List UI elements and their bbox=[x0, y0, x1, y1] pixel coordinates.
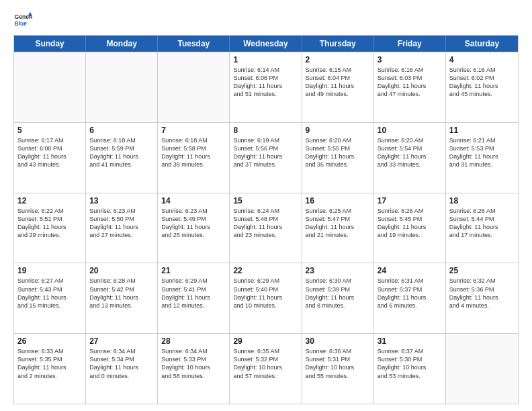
cell-sun-info: Sunrise: 6:37 AM Sunset: 5:30 PM Dayligh… bbox=[378, 347, 442, 380]
cell-sun-info: Sunrise: 6:20 AM Sunset: 5:54 PM Dayligh… bbox=[378, 136, 442, 169]
weekday-header-sunday: Sunday bbox=[14, 36, 86, 52]
cell-sun-info: Sunrise: 6:22 AM Sunset: 5:51 PM Dayligh… bbox=[17, 207, 82, 240]
cell-sun-info: Sunrise: 6:23 AM Sunset: 5:49 PM Dayligh… bbox=[161, 207, 226, 240]
calendar-cell-28: 28Sunrise: 6:34 AM Sunset: 5:33 PM Dayli… bbox=[158, 334, 230, 404]
weekday-header-tuesday: Tuesday bbox=[158, 36, 230, 52]
calendar-row-1: 5Sunrise: 6:17 AM Sunset: 6:00 PM Daylig… bbox=[14, 122, 518, 193]
day-number: 14 bbox=[161, 196, 226, 205]
day-number: 25 bbox=[449, 266, 515, 275]
cell-sun-info: Sunrise: 6:17 AM Sunset: 6:00 PM Dayligh… bbox=[17, 136, 82, 169]
day-number: 9 bbox=[306, 126, 370, 135]
calendar-cell-17: 17Sunrise: 6:26 AM Sunset: 5:45 PM Dayli… bbox=[374, 193, 446, 263]
cell-sun-info: Sunrise: 6:28 AM Sunset: 5:42 PM Dayligh… bbox=[89, 277, 154, 310]
day-number: 5 bbox=[17, 126, 82, 135]
page: General Blue SundayMondayTuesdayWednesda… bbox=[0, 0, 532, 411]
day-number: 30 bbox=[306, 336, 370, 346]
calendar-cell-empty-0-2 bbox=[158, 52, 230, 122]
cell-sun-info: Sunrise: 6:26 AM Sunset: 5:44 PM Dayligh… bbox=[449, 207, 515, 240]
day-number: 18 bbox=[449, 196, 515, 205]
weekday-header-thursday: Thursday bbox=[302, 36, 374, 52]
day-number: 15 bbox=[233, 196, 298, 205]
svg-text:Blue: Blue bbox=[15, 20, 28, 27]
calendar-cell-14: 14Sunrise: 6:23 AM Sunset: 5:49 PM Dayli… bbox=[158, 193, 230, 263]
calendar-cell-29: 29Sunrise: 6:35 AM Sunset: 5:32 PM Dayli… bbox=[230, 334, 302, 404]
calendar-cell-25: 25Sunrise: 6:32 AM Sunset: 5:36 PM Dayli… bbox=[446, 263, 518, 333]
calendar-cell-27: 27Sunrise: 6:34 AM Sunset: 5:34 PM Dayli… bbox=[86, 334, 158, 404]
cell-sun-info: Sunrise: 6:18 AM Sunset: 5:58 PM Dayligh… bbox=[161, 136, 226, 169]
weekday-header-monday: Monday bbox=[86, 36, 158, 52]
day-number: 6 bbox=[89, 126, 154, 135]
cell-sun-info: Sunrise: 6:26 AM Sunset: 5:45 PM Dayligh… bbox=[378, 207, 442, 240]
calendar-cell-24: 24Sunrise: 6:31 AM Sunset: 5:37 PM Dayli… bbox=[374, 263, 446, 333]
cell-sun-info: Sunrise: 6:30 AM Sunset: 5:39 PM Dayligh… bbox=[306, 277, 370, 310]
calendar-cell-19: 19Sunrise: 6:27 AM Sunset: 5:43 PM Dayli… bbox=[14, 263, 86, 333]
day-number: 13 bbox=[89, 196, 154, 205]
cell-sun-info: Sunrise: 6:25 AM Sunset: 5:47 PM Dayligh… bbox=[306, 207, 370, 240]
day-number: 26 bbox=[17, 336, 82, 346]
calendar-cell-empty-0-0 bbox=[14, 52, 86, 122]
day-number: 16 bbox=[306, 196, 370, 205]
day-number: 21 bbox=[161, 266, 226, 275]
calendar-cell-20: 20Sunrise: 6:28 AM Sunset: 5:42 PM Dayli… bbox=[86, 263, 158, 333]
calendar-cell-11: 11Sunrise: 6:21 AM Sunset: 5:53 PM Dayli… bbox=[446, 123, 518, 193]
day-number: 8 bbox=[233, 126, 298, 135]
calendar-cell-8: 8Sunrise: 6:19 AM Sunset: 5:56 PM Daylig… bbox=[230, 123, 302, 193]
weekday-header-friday: Friday bbox=[374, 36, 446, 52]
day-number: 24 bbox=[378, 266, 442, 275]
day-number: 11 bbox=[449, 126, 515, 135]
calendar-cell-22: 22Sunrise: 6:29 AM Sunset: 5:40 PM Dayli… bbox=[230, 263, 302, 333]
cell-sun-info: Sunrise: 6:18 AM Sunset: 5:59 PM Dayligh… bbox=[89, 136, 154, 169]
calendar-cell-23: 23Sunrise: 6:30 AM Sunset: 5:39 PM Dayli… bbox=[302, 263, 374, 333]
day-number: 4 bbox=[449, 55, 515, 64]
logo-icon: General Blue bbox=[13, 11, 32, 30]
cell-sun-info: Sunrise: 6:15 AM Sunset: 6:04 PM Dayligh… bbox=[306, 66, 370, 99]
cell-sun-info: Sunrise: 6:36 AM Sunset: 5:31 PM Dayligh… bbox=[306, 347, 370, 380]
cell-sun-info: Sunrise: 6:35 AM Sunset: 5:32 PM Dayligh… bbox=[233, 347, 298, 380]
calendar-header: SundayMondayTuesdayWednesdayThursdayFrid… bbox=[14, 36, 518, 52]
day-number: 19 bbox=[17, 266, 82, 275]
cell-sun-info: Sunrise: 6:23 AM Sunset: 5:50 PM Dayligh… bbox=[89, 207, 154, 240]
calendar-cell-26: 26Sunrise: 6:33 AM Sunset: 5:35 PM Dayli… bbox=[14, 334, 86, 404]
logo: General Blue bbox=[13, 11, 32, 30]
cell-sun-info: Sunrise: 6:32 AM Sunset: 5:36 PM Dayligh… bbox=[449, 277, 515, 310]
calendar-cell-31: 31Sunrise: 6:37 AM Sunset: 5:30 PM Dayli… bbox=[374, 334, 446, 404]
calendar-cell-5: 5Sunrise: 6:17 AM Sunset: 6:00 PM Daylig… bbox=[14, 123, 86, 193]
cell-sun-info: Sunrise: 6:21 AM Sunset: 5:53 PM Dayligh… bbox=[449, 136, 515, 169]
calendar-cell-3: 3Sunrise: 6:16 AM Sunset: 6:03 PM Daylig… bbox=[374, 52, 446, 122]
calendar-cell-2: 2Sunrise: 6:15 AM Sunset: 6:04 PM Daylig… bbox=[302, 52, 374, 122]
calendar-row-3: 19Sunrise: 6:27 AM Sunset: 5:43 PM Dayli… bbox=[14, 263, 518, 333]
calendar-cell-1: 1Sunrise: 6:14 AM Sunset: 6:06 PM Daylig… bbox=[230, 52, 302, 122]
day-number: 20 bbox=[89, 266, 154, 275]
cell-sun-info: Sunrise: 6:29 AM Sunset: 5:41 PM Dayligh… bbox=[161, 277, 226, 310]
cell-sun-info: Sunrise: 6:24 AM Sunset: 5:48 PM Dayligh… bbox=[233, 207, 298, 240]
day-number: 27 bbox=[89, 336, 154, 346]
calendar-body: 1Sunrise: 6:14 AM Sunset: 6:06 PM Daylig… bbox=[14, 52, 518, 404]
cell-sun-info: Sunrise: 6:19 AM Sunset: 5:56 PM Dayligh… bbox=[233, 136, 298, 169]
day-number: 3 bbox=[378, 55, 442, 64]
calendar-cell-16: 16Sunrise: 6:25 AM Sunset: 5:47 PM Dayli… bbox=[302, 193, 374, 263]
cell-sun-info: Sunrise: 6:34 AM Sunset: 5:34 PM Dayligh… bbox=[89, 347, 154, 380]
day-number: 28 bbox=[161, 336, 226, 346]
day-number: 31 bbox=[378, 336, 442, 346]
calendar-row-0: 1Sunrise: 6:14 AM Sunset: 6:06 PM Daylig… bbox=[14, 52, 518, 122]
calendar-cell-15: 15Sunrise: 6:24 AM Sunset: 5:48 PM Dayli… bbox=[230, 193, 302, 263]
weekday-header-wednesday: Wednesday bbox=[230, 36, 302, 52]
cell-sun-info: Sunrise: 6:27 AM Sunset: 5:43 PM Dayligh… bbox=[17, 277, 82, 310]
day-number: 2 bbox=[306, 55, 370, 64]
header: General Blue bbox=[13, 11, 519, 30]
day-number: 23 bbox=[306, 266, 370, 275]
day-number: 29 bbox=[233, 336, 298, 346]
calendar-cell-empty-4-6 bbox=[446, 334, 518, 404]
day-number: 17 bbox=[378, 196, 442, 205]
cell-sun-info: Sunrise: 6:34 AM Sunset: 5:33 PM Dayligh… bbox=[161, 347, 226, 380]
cell-sun-info: Sunrise: 6:16 AM Sunset: 6:03 PM Dayligh… bbox=[378, 66, 442, 99]
day-number: 10 bbox=[378, 126, 442, 135]
calendar-cell-7: 7Sunrise: 6:18 AM Sunset: 5:58 PM Daylig… bbox=[158, 123, 230, 193]
day-number: 12 bbox=[17, 196, 82, 205]
day-number: 22 bbox=[233, 266, 298, 275]
calendar-cell-10: 10Sunrise: 6:20 AM Sunset: 5:54 PM Dayli… bbox=[374, 123, 446, 193]
weekday-header-saturday: Saturday bbox=[446, 36, 518, 52]
cell-sun-info: Sunrise: 6:14 AM Sunset: 6:06 PM Dayligh… bbox=[233, 66, 298, 99]
calendar: SundayMondayTuesdayWednesdayThursdayFrid… bbox=[13, 35, 519, 404]
calendar-row-2: 12Sunrise: 6:22 AM Sunset: 5:51 PM Dayli… bbox=[14, 193, 518, 263]
